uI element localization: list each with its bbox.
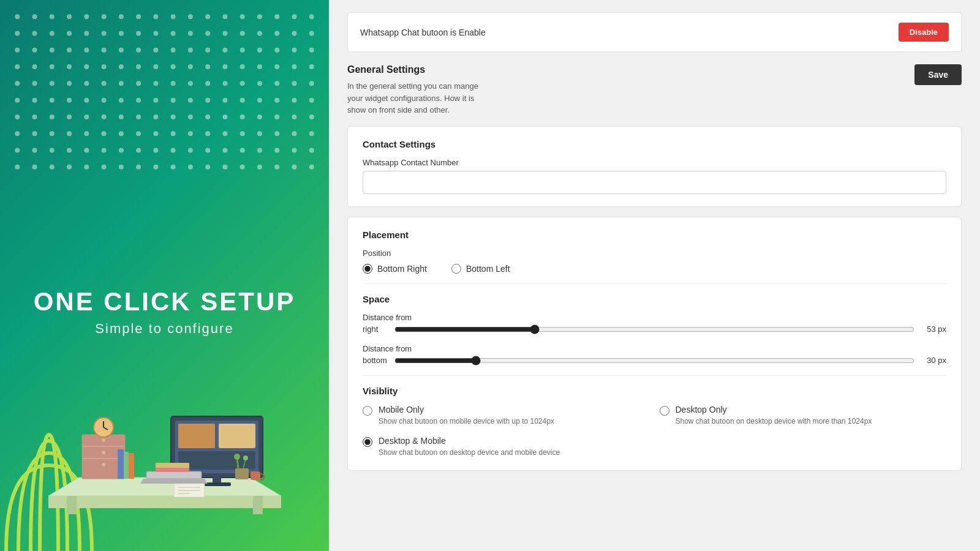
svg-point-160 bbox=[292, 148, 296, 152]
svg-point-38 bbox=[50, 48, 55, 53]
svg-point-168 bbox=[119, 165, 124, 170]
svg-point-0 bbox=[15, 14, 20, 19]
svg-point-128 bbox=[50, 131, 55, 136]
disable-button[interactable]: Disable bbox=[899, 23, 949, 42]
svg-rect-183 bbox=[253, 496, 263, 514]
distance-right-slider[interactable] bbox=[394, 324, 914, 334]
visibility-desktop-mobile-radio[interactable] bbox=[363, 437, 372, 447]
svg-point-132 bbox=[119, 131, 124, 136]
svg-point-5 bbox=[102, 14, 107, 19]
svg-rect-195 bbox=[118, 449, 124, 479]
left-text-block: ONE CLICK SETUP Simple to configure bbox=[34, 288, 296, 337]
visibility-desktop-mobile-desc: Show chat butoon on desktop device and m… bbox=[379, 448, 560, 458]
svg-point-153 bbox=[171, 148, 176, 152]
visibility-desktop-only-radio[interactable] bbox=[660, 406, 669, 416]
svg-point-9 bbox=[171, 14, 176, 19]
svg-point-13 bbox=[240, 14, 245, 19]
desk-illustration bbox=[48, 355, 281, 514]
svg-point-66 bbox=[222, 64, 227, 69]
svg-point-137 bbox=[205, 131, 210, 136]
contact-settings-card: Contact Settings Whatsapp Contact Number bbox=[347, 126, 962, 207]
svg-point-146 bbox=[50, 148, 55, 152]
position-bottom-left[interactable]: Bottom Left bbox=[451, 264, 510, 274]
svg-marker-181 bbox=[48, 496, 281, 508]
svg-point-110 bbox=[50, 114, 55, 119]
svg-point-80 bbox=[153, 81, 158, 86]
svg-point-129 bbox=[67, 131, 72, 136]
svg-point-3 bbox=[67, 14, 72, 19]
contact-settings-title: Contact Settings bbox=[363, 139, 946, 149]
svg-point-98 bbox=[153, 98, 158, 103]
svg-point-167 bbox=[102, 165, 107, 170]
svg-point-61 bbox=[136, 64, 141, 69]
visibility-desktop-only[interactable]: Desktop Only Show chat butoon on desktop… bbox=[660, 405, 947, 427]
distance-bottom-from-label: Distance from bbox=[363, 344, 946, 353]
svg-point-173 bbox=[205, 165, 210, 170]
svg-point-48 bbox=[222, 48, 227, 53]
visibility-mobile-only-radio[interactable] bbox=[363, 406, 372, 416]
visibility-desktop-mobile[interactable]: Desktop & Mobile Show chat butoon on des… bbox=[363, 436, 650, 458]
visibility-mobile-only[interactable]: Mobile Only Show chat butoon on mobile d… bbox=[363, 405, 650, 427]
visibility-mobile-only-desc: Show chat butoon on mobile device with u… bbox=[379, 416, 554, 427]
svg-point-102 bbox=[222, 98, 227, 103]
svg-point-25 bbox=[136, 31, 141, 36]
svg-point-52 bbox=[292, 48, 296, 53]
visibility-desktop-mobile-label: Desktop & Mobile bbox=[379, 436, 560, 446]
svg-point-109 bbox=[32, 114, 37, 119]
svg-point-69 bbox=[274, 64, 279, 69]
svg-point-89 bbox=[309, 81, 314, 86]
svg-point-55 bbox=[32, 64, 37, 69]
svg-point-189 bbox=[102, 438, 105, 442]
svg-point-155 bbox=[205, 148, 210, 152]
svg-point-51 bbox=[274, 48, 279, 53]
svg-point-152 bbox=[153, 148, 158, 152]
distance-bottom-value: 30 px bbox=[922, 356, 946, 365]
svg-point-145 bbox=[32, 148, 37, 152]
svg-point-90 bbox=[15, 98, 20, 103]
svg-point-144 bbox=[15, 148, 20, 152]
svg-point-97 bbox=[136, 98, 141, 103]
placement-title: Placement bbox=[363, 230, 946, 240]
svg-point-58 bbox=[84, 64, 89, 69]
svg-point-154 bbox=[188, 148, 193, 152]
svg-point-191 bbox=[102, 463, 105, 467]
svg-point-60 bbox=[119, 64, 124, 69]
svg-point-73 bbox=[32, 81, 37, 86]
svg-point-96 bbox=[119, 98, 124, 103]
svg-point-104 bbox=[257, 98, 262, 103]
svg-point-19 bbox=[32, 31, 37, 36]
svg-point-56 bbox=[50, 64, 55, 69]
svg-point-12 bbox=[222, 14, 227, 19]
svg-point-165 bbox=[67, 165, 72, 170]
position-bottom-right-radio[interactable] bbox=[363, 264, 372, 274]
contact-number-input[interactable] bbox=[363, 171, 946, 194]
svg-point-2 bbox=[50, 14, 55, 19]
general-settings-desc: In the general setting you can mange you… bbox=[347, 80, 494, 116]
space-title: Space bbox=[363, 294, 946, 304]
svg-point-43 bbox=[136, 48, 141, 53]
svg-point-101 bbox=[205, 98, 210, 103]
visibility-desktop-only-desc: Show chat butoon on desktop device with … bbox=[676, 416, 872, 427]
svg-point-119 bbox=[205, 114, 210, 119]
svg-point-46 bbox=[188, 48, 193, 53]
svg-point-126 bbox=[15, 131, 20, 136]
svg-point-88 bbox=[292, 81, 296, 86]
svg-point-26 bbox=[153, 31, 158, 36]
position-bottom-left-radio[interactable] bbox=[451, 264, 461, 274]
svg-point-82 bbox=[188, 81, 193, 86]
svg-point-81 bbox=[171, 81, 176, 86]
svg-point-177 bbox=[274, 165, 279, 170]
svg-point-141 bbox=[274, 131, 279, 136]
position-bottom-right[interactable]: Bottom Right bbox=[363, 264, 427, 274]
svg-point-63 bbox=[171, 64, 176, 69]
distance-bottom-slider[interactable] bbox=[394, 356, 914, 365]
svg-point-70 bbox=[292, 64, 296, 69]
svg-point-190 bbox=[102, 451, 105, 454]
svg-point-131 bbox=[102, 131, 107, 136]
svg-point-143 bbox=[309, 131, 314, 136]
svg-point-120 bbox=[222, 114, 227, 119]
svg-point-8 bbox=[153, 14, 158, 19]
svg-point-113 bbox=[102, 114, 107, 119]
save-button[interactable]: Save bbox=[914, 64, 962, 85]
svg-point-151 bbox=[136, 148, 141, 152]
